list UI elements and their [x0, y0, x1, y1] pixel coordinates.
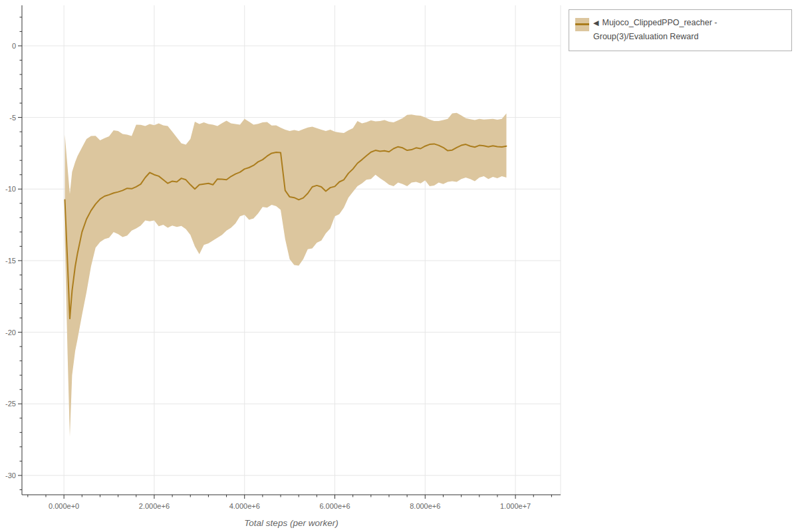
x-tick-label: 2.000e+6 — [139, 502, 170, 510]
uncertainty-band — [65, 113, 507, 437]
x-tick-label: 6.000e+6 — [319, 502, 350, 510]
y-tick-label: -30 — [5, 471, 16, 479]
y-tick-label: -20 — [5, 329, 16, 336]
legend: ◀Mujoco_ClippedPPO_reacher - Group(3)/Ev… — [569, 9, 792, 51]
x-tick-label: 8.000e+6 — [410, 502, 440, 510]
x-tick-label: 1.000e+7 — [500, 502, 531, 510]
reward-chart-plot-area[interactable]: 0.000e+02.000e+64.000e+66.000e+68.000e+6… — [0, 0, 798, 532]
y-tick-label: 0 — [12, 42, 16, 50]
dashboard-page: 0.000e+02.000e+64.000e+66.000e+68.000e+6… — [0, 0, 798, 532]
y-tick-label: -25 — [5, 400, 16, 408]
y-tick-label: -10 — [5, 185, 16, 193]
legend-swatch-line — [575, 23, 589, 25]
x-tick-label: 0.000e+0 — [49, 502, 79, 510]
legend-swatch — [575, 18, 589, 31]
y-tick-label: -15 — [5, 257, 16, 265]
x-axis-title: Total steps (per worker) — [22, 518, 561, 528]
y-tick-label: -5 — [9, 114, 16, 122]
legend-item[interactable]: ◀Mujoco_ClippedPPO_reacher - Group(3)/Ev… — [593, 16, 786, 44]
legend-series-label: Mujoco_ClippedPPO_reacher - Group(3)/Eva… — [593, 18, 717, 41]
legend-collapse-icon[interactable]: ◀ — [593, 19, 598, 27]
x-tick-label: 4.000e+6 — [229, 502, 260, 510]
